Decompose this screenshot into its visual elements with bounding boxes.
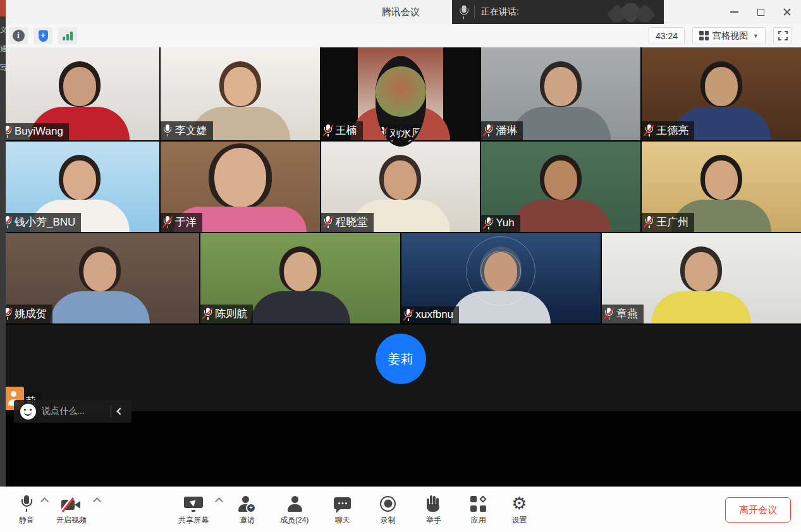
participant-tile[interactable]: xuxfbnu	[401, 233, 601, 323]
participant-tile[interactable]: 潘琳	[481, 47, 640, 140]
participant-name: BuyiWang	[15, 125, 63, 138]
participant-name-label: 姚成贺	[0, 305, 52, 323]
record-icon	[380, 496, 396, 512]
meeting-info-button[interactable]: i	[9, 27, 28, 44]
participant-name-label: 于洋	[161, 213, 202, 232]
participant-tile[interactable]: BuyiWang	[0, 47, 159, 140]
view-mode-dropdown[interactable]: 宫格视图 ▼	[692, 27, 766, 44]
record-button[interactable]: 录制	[380, 494, 396, 526]
invite-button[interactable]: 邀请	[238, 494, 256, 526]
chat-icon	[334, 497, 351, 509]
camera-off-icon	[61, 498, 82, 512]
participant-tile[interactable]: 姚成贺	[0, 233, 199, 323]
meeting-logo-watermark	[607, 3, 657, 22]
meeting-timer: 43:24	[649, 27, 685, 44]
participant-tile[interactable]: Yuh	[481, 142, 640, 232]
chat-input[interactable]: 说点什么...	[42, 406, 85, 417]
participant-name: xuxfbnu	[416, 308, 454, 321]
fullscreen-button[interactable]	[773, 27, 792, 44]
participant-name: 王德亮	[656, 123, 688, 138]
mic-muted-icon	[484, 124, 492, 136]
security-button[interactable]: +	[34, 27, 52, 44]
participant-tile[interactable]: 章燕	[602, 233, 801, 323]
participant-tile[interactable]: 李文婕	[161, 47, 320, 140]
background-window-edge: 义 通 写	[0, 0, 6, 487]
participant-name-label: 王楠	[321, 121, 363, 140]
participant-name-label: BuyiWang	[0, 123, 69, 140]
minimize-button[interactable]	[724, 2, 744, 22]
title-bar: 腾讯会议 正在讲话:	[0, 0, 801, 24]
participant-tile[interactable]: 姜莉姜莉	[0, 325, 801, 411]
grid-row-4: 胡笑然孙迎晖谢雅卿刘永厚姜莉姜莉	[0, 325, 801, 411]
participant-name: 程晓堂	[336, 215, 368, 229]
participant-tile[interactable]: 陈则航	[200, 233, 400, 323]
info-icon: i	[13, 30, 25, 42]
mic-muted-icon	[204, 308, 212, 320]
participant-name-label: 章燕	[602, 305, 644, 323]
window-title: 腾讯会议	[0, 0, 801, 24]
speaking-mic-icon	[459, 5, 468, 19]
participant-name: 王广州	[656, 215, 688, 229]
chat-button[interactable]: 聊天	[334, 494, 351, 526]
participant-name: 陈则航	[215, 306, 247, 321]
participant-name: 姚成贺	[15, 306, 47, 321]
shield-plus-icon: +	[39, 30, 48, 42]
window-controls	[724, 0, 797, 24]
video-options-chevron[interactable]	[93, 497, 101, 505]
participant-tile[interactable]: 于洋	[161, 142, 320, 232]
participant-name-label: 王广州	[642, 213, 694, 232]
quick-chat-bar: 说点什么...	[14, 400, 131, 423]
participant-name-label: 王德亮	[642, 121, 694, 140]
gear-icon: ⚙	[511, 495, 527, 512]
participant-name-label: 陈则航	[200, 305, 253, 323]
settings-button[interactable]: ⚙ 设置	[511, 494, 527, 526]
leave-meeting-button[interactable]: 离开会议	[725, 497, 791, 523]
mic-muted-icon	[324, 124, 333, 136]
emoji-icon[interactable]	[20, 404, 36, 420]
members-icon	[286, 496, 303, 512]
mic-muted-icon	[484, 217, 492, 229]
participant-name: 李文婕	[175, 123, 207, 138]
divider	[474, 6, 475, 18]
avatar	[376, 66, 426, 117]
participant-name: Yuh	[496, 217, 514, 229]
collapse-chat-icon[interactable]	[116, 408, 123, 414]
invite-icon	[238, 496, 256, 512]
participant-name: 于洋	[175, 215, 197, 229]
meeting-window: 腾讯会议 正在讲话: i + 43:24 宫格视图 ▼	[0, 0, 801, 532]
participant-name-label: 李文婕	[161, 121, 213, 140]
participant-tile[interactable]: 王德亮	[642, 47, 801, 140]
raise-hand-button[interactable]: 举手	[426, 494, 441, 526]
network-quality-button[interactable]	[58, 27, 77, 44]
signal-bars-icon	[63, 32, 73, 40]
background-window-text: 义 通 写	[0, 20, 6, 77]
mic-on-icon	[164, 124, 172, 136]
share-options-chevron[interactable]	[215, 497, 223, 505]
mic-muted-icon	[645, 216, 653, 228]
participant-tile[interactable]: 程晓堂	[321, 142, 480, 232]
grid-row-2: 钱小芳_BNU于洋程晓堂Yuh王广州	[0, 142, 801, 232]
participant-name-label: xuxfbnu	[401, 306, 460, 323]
mute-options-chevron[interactable]	[40, 497, 49, 505]
participant-name: 王楠	[336, 123, 357, 138]
participant-tile[interactable]: LuoSQ	[376, 57, 426, 131]
participant-tile[interactable]: 钱小芳_BNU	[0, 142, 159, 232]
participant-name: 钱小芳_BNU	[15, 215, 75, 229]
members-button[interactable]: 成员(24)	[280, 494, 309, 526]
participant-tile[interactable]: 王广州	[642, 142, 801, 232]
start-video-button[interactable]: 开启视频	[56, 494, 87, 526]
close-button[interactable]	[777, 2, 797, 22]
speaking-label: 正在讲话:	[481, 6, 519, 18]
divider	[111, 405, 111, 418]
participant-name: 潘琳	[496, 123, 517, 138]
background-window-accent	[0, 0, 6, 16]
grid-row-3: 姚成贺陈则航xuxfbnu章燕任懿	[0, 233, 801, 323]
mic-muted-icon	[605, 308, 613, 320]
apps-button[interactable]: 应用	[470, 494, 486, 526]
share-screen-button[interactable]: 共享屏幕	[178, 494, 209, 526]
raise-hand-icon	[427, 495, 441, 512]
bottom-toolbar: 静音 开启视频 共享屏幕 邀请 成员(24) 聊天 录制	[0, 487, 801, 532]
share-screen-icon	[184, 497, 203, 512]
mute-button[interactable]: 静音	[19, 494, 34, 526]
maximize-button[interactable]	[750, 2, 771, 22]
